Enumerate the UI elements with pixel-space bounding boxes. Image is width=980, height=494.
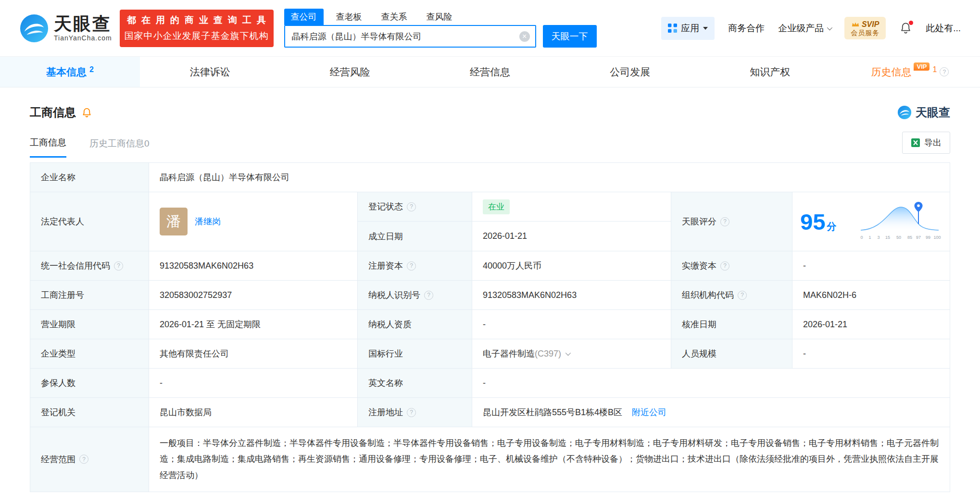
search-input-wrap: ×: [284, 25, 536, 48]
subtab-row: 工商信息 历史工商信息0 导出: [30, 136, 950, 158]
svip-label: 会员服务: [851, 29, 879, 37]
apps-button[interactable]: 应用: [661, 17, 715, 40]
svg-text:50: 50: [896, 235, 901, 240]
clear-icon[interactable]: ×: [519, 31, 530, 42]
score-unit: 分: [827, 220, 836, 233]
value-insured-count: -: [160, 378, 163, 388]
help-icon[interactable]: ?: [738, 291, 747, 300]
help-icon[interactable]: ?: [720, 217, 729, 226]
help-icon[interactable]: ?: [424, 291, 433, 300]
business-info-table: 企业名称 晶科启源（昆山）半导体有限公司 法定代表人 潘 潘继岗 登记状态 ?: [30, 162, 950, 492]
company-nav-tabs: 基本信息 2 法律诉讼 经营风险 经营信息 公司发展 知识产权 历史信息 VIP…: [0, 57, 980, 87]
logo-text: 天眼查 TianYanCha.com: [54, 14, 112, 42]
label-taxpayer-id: 纳税人识别号: [368, 289, 420, 301]
search-tab-boss[interactable]: 查老板: [329, 9, 369, 25]
tab-history-info[interactable]: 历史信息 VIP 1 ?: [840, 57, 980, 87]
label-business-scope: 经营范围: [41, 454, 75, 465]
legal-rep-avatar[interactable]: 潘: [160, 208, 188, 235]
export-button[interactable]: 导出: [902, 132, 950, 154]
header-menu: 应用 商务合作 企业级产品 SVIP 会员服务: [661, 17, 961, 40]
svg-text:15: 15: [885, 235, 890, 240]
subtab-business-info[interactable]: 工商信息: [30, 136, 66, 158]
caret-down-icon: [703, 27, 708, 30]
value-org-code: MAK6N02H-6: [803, 290, 856, 300]
search-tab-risk[interactable]: 查风险: [420, 9, 459, 25]
search-button[interactable]: 天眼一下: [543, 25, 597, 48]
value-reg-authority: 昆山市数据局: [160, 407, 212, 418]
label-legal-rep: 法定代表人: [41, 216, 84, 227]
help-icon[interactable]: ?: [940, 67, 949, 76]
svg-text:99: 99: [926, 235, 930, 240]
section-header: 工商信息 天眼查: [30, 105, 950, 120]
apps-grid-icon: [668, 24, 677, 33]
value-reg-capital: 40000万人民币: [483, 260, 541, 272]
svg-text:1: 1: [868, 235, 871, 240]
tab-label: 经营信息: [470, 65, 510, 79]
status-badge: 在业: [483, 199, 510, 214]
tianyancha-watermark-icon: [897, 105, 912, 120]
menu-business-cooperation[interactable]: 商务合作: [728, 22, 765, 35]
tab-label: 历史信息: [871, 65, 911, 79]
value-approval-date: 2026-01-21: [803, 320, 847, 330]
help-icon[interactable]: ?: [407, 261, 416, 271]
subscribe-bell-icon[interactable]: [81, 107, 92, 118]
search-tab-company[interactable]: 查公司: [284, 9, 324, 25]
help-icon[interactable]: ?: [79, 455, 88, 464]
value-established-date: 2026-01-21: [483, 231, 527, 241]
label-taxpayer-quality: 纳税人资质: [368, 319, 412, 330]
label-reg-number: 工商注册号: [41, 289, 84, 301]
apps-label: 应用: [681, 22, 699, 35]
promo-banner[interactable]: 都在用的商业查询工具 国家中小企业发展子基金旗下机构: [120, 10, 274, 47]
watermark-label: 天眼查: [916, 105, 950, 120]
tianyancha-logo[interactable]: 天眼查 TianYanCha.com: [19, 13, 112, 43]
label-reg-status: 登记状态: [368, 201, 403, 212]
tab-operation-info[interactable]: 经营信息: [420, 57, 560, 87]
search-tabs: 查公司 查老板 查关系 查风险: [284, 9, 597, 25]
search-block: 查公司 查老板 查关系 查风险 × 天眼一下: [284, 9, 597, 48]
value-industry-code: (C397): [535, 349, 561, 359]
score-curve-chart: 0 1 3 15 50 85 97 99 100: [858, 201, 942, 242]
help-icon[interactable]: ?: [114, 261, 123, 271]
nearby-companies-link[interactable]: 附近公司: [632, 407, 666, 418]
value-business-term: 2026-01-21 至 无固定期限: [160, 319, 261, 330]
svip-member-badge[interactable]: SVIP 会员服务: [844, 17, 886, 40]
search-tab-relation[interactable]: 查关系: [375, 9, 414, 25]
vip-badge: VIP: [914, 62, 930, 71]
tab-company-development[interactable]: 公司发展: [560, 57, 700, 87]
svg-text:85: 85: [907, 235, 912, 240]
notification-bell-icon[interactable]: [899, 22, 912, 35]
label-reg-authority: 登记机关: [41, 407, 75, 418]
tab-legal-proceedings[interactable]: 法律诉讼: [140, 57, 280, 87]
value-taxpayer-id: 91320583MAK6N02H63: [483, 290, 577, 300]
value-english-name: -: [483, 378, 486, 388]
search-input[interactable]: [284, 25, 536, 48]
menu-enterprise-products[interactable]: 企业级产品: [778, 22, 831, 35]
tab-label: 法律诉讼: [190, 65, 230, 79]
excel-icon: [911, 138, 920, 148]
export-label: 导出: [924, 137, 942, 148]
value-reg-number: 320583002752937: [160, 290, 232, 300]
logo-brand: 天眼查: [54, 14, 112, 34]
tab-basic-info[interactable]: 基本信息 2: [0, 57, 140, 87]
label-paid-capital: 实缴资本: [682, 260, 716, 272]
chevron-down-icon[interactable]: [565, 350, 571, 356]
label-established-date: 成立日期: [368, 231, 403, 242]
label-company-type: 企业类型: [41, 348, 75, 359]
tab-label: 经营风险: [330, 65, 370, 79]
help-icon[interactable]: ?: [407, 202, 416, 211]
tab-intellectual-property[interactable]: 知识产权: [700, 57, 840, 87]
value-reg-address: 昆山开发区杜鹃路555号B1栋4楼B区: [483, 407, 622, 418]
account-entry[interactable]: 此处有...: [926, 22, 961, 35]
promo-line2: 国家中小企业发展子基金旗下机构: [125, 30, 269, 42]
tab-label: 知识产权: [750, 65, 790, 79]
help-icon[interactable]: ?: [720, 261, 729, 271]
legal-rep-link[interactable]: 潘继岗: [195, 216, 221, 227]
header: 天眼查 TianYanCha.com 都在用的商业查询工具 国家中小企业发展子基…: [0, 0, 980, 57]
label-staff-size: 人员规模: [682, 348, 716, 359]
svg-text:100: 100: [933, 235, 941, 240]
tab-operation-risk[interactable]: 经营风险: [280, 57, 420, 87]
help-icon[interactable]: ?: [407, 408, 416, 417]
page: 天眼查 TianYanCha.com 都在用的商业查询工具 国家中小企业发展子基…: [0, 0, 980, 494]
search-row: × 天眼一下: [284, 25, 597, 48]
subtab-history-business-info[interactable]: 历史工商信息0: [89, 137, 150, 157]
